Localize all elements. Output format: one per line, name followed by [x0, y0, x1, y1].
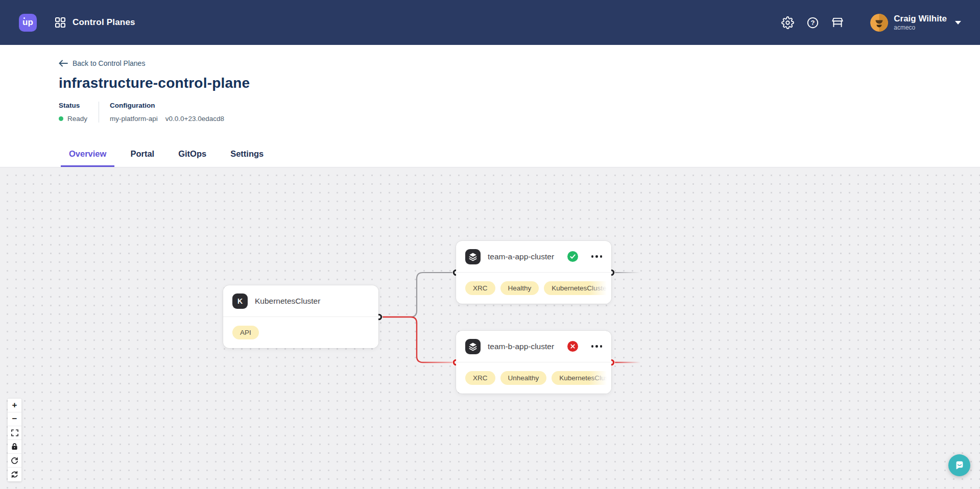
- chevron-down-icon[interactable]: [955, 21, 961, 25]
- node-header: K KubernetesCluster: [223, 285, 378, 317]
- layers-icon: [465, 339, 481, 354]
- back-link[interactable]: Back to Control Planes: [59, 59, 145, 67]
- tag-unhealthy: Unhealthy: [500, 371, 547, 385]
- lock-icon: [11, 443, 18, 450]
- user-menu[interactable]: Craig Wilhite acmeco: [870, 14, 961, 32]
- status-label: Status: [59, 102, 87, 109]
- reset-view-button[interactable]: [8, 454, 21, 468]
- node-tags: API: [223, 317, 378, 348]
- page-header: Back to Control Planes infrastructure-co…: [0, 45, 980, 167]
- nav-right-group: ?: [781, 14, 961, 32]
- zoom-out-button[interactable]: −: [8, 412, 21, 426]
- fit-view-icon: [11, 429, 18, 436]
- node-title: team-b-app-cluster: [488, 342, 560, 351]
- node-team-b-app-cluster[interactable]: team-b-app-cluster XRC Unhealthy Kuberne…: [456, 331, 611, 394]
- tab-portal[interactable]: Portal: [122, 149, 162, 167]
- status-block: Status Ready: [59, 102, 87, 123]
- tab-overview[interactable]: Overview: [61, 149, 114, 167]
- configuration-version: v0.0.0+23.0edacd8: [165, 115, 224, 123]
- tag-xrc: XRC: [465, 281, 495, 295]
- tag-healthy: Healthy: [500, 281, 539, 295]
- edge-kc-to-team-b: [379, 317, 456, 362]
- node-tags: XRC Unhealthy KubernetesCluster: [456, 362, 611, 394]
- zoom-in-button[interactable]: +: [8, 399, 21, 412]
- logo-text: up: [22, 17, 33, 28]
- marketplace-icon[interactable]: [831, 16, 844, 29]
- svg-text:?: ?: [810, 19, 815, 27]
- user-text: Craig Wilhite acmeco: [894, 14, 947, 31]
- app-grid-icon[interactable]: [54, 16, 67, 29]
- edge-kc-to-team-a: [379, 273, 456, 317]
- configuration-block: Configuration my-platform-api v0.0.0+23.…: [110, 102, 224, 123]
- node-header: team-b-app-cluster: [456, 331, 611, 362]
- graph-edges: [0, 167, 980, 489]
- user-org: acmeco: [894, 25, 947, 31]
- nav-title-group: Control Planes: [54, 16, 135, 29]
- tag-xrc: XRC: [465, 371, 495, 385]
- kubernetes-icon: K: [232, 294, 248, 309]
- configuration-label: Configuration: [110, 102, 224, 109]
- layers-icon: [465, 249, 481, 264]
- tag-fade: [589, 362, 611, 394]
- lock-button[interactable]: [8, 440, 21, 454]
- settings-gear-icon[interactable]: [781, 16, 794, 29]
- user-name: Craig Wilhite: [894, 14, 947, 23]
- node-title: KubernetesCluster: [255, 297, 369, 306]
- canvas-controls: + −: [8, 399, 21, 481]
- control-plane-detail-page: up Control Planes: [0, 0, 980, 489]
- back-link-label: Back to Control Planes: [73, 59, 145, 67]
- node-icon-letter: K: [237, 297, 243, 305]
- tag-fade: [589, 273, 611, 304]
- node-title: team-a-app-cluster: [488, 252, 560, 261]
- avatar: [870, 14, 888, 32]
- tag-api: API: [232, 326, 259, 339]
- node-team-a-app-cluster[interactable]: team-a-app-cluster XRC Healthy Kubernete…: [456, 241, 611, 304]
- upbound-logo[interactable]: up: [19, 14, 37, 32]
- arrow-left-icon: [59, 60, 68, 67]
- resource-graph-canvas[interactable]: K KubernetesCluster API team-a-app-: [0, 167, 980, 489]
- healthy-badge-icon: [567, 251, 578, 262]
- tab-gitops[interactable]: GitOps: [170, 149, 214, 167]
- node-tags: XRC Healthy KubernetesCluster: [456, 273, 611, 304]
- chat-launcher-button[interactable]: [948, 454, 970, 476]
- top-navbar: up Control Planes: [0, 0, 980, 45]
- meta-divider: [99, 102, 99, 123]
- logo-dot: [23, 17, 25, 19]
- status-ready-dot: [59, 116, 63, 121]
- tag-fade: [356, 317, 378, 348]
- page-title: infrastructure-control-plane: [59, 75, 980, 91]
- node-header: team-a-app-cluster: [456, 241, 611, 273]
- unhealthy-badge-icon: [567, 341, 578, 352]
- rotate-icon: [11, 457, 18, 464]
- app-title: Control Planes: [73, 17, 135, 28]
- refresh-layout-button[interactable]: [8, 468, 21, 481]
- zoom-in-icon: +: [12, 400, 17, 410]
- zoom-out-icon: −: [12, 414, 17, 424]
- meta-row: Status Ready Configuration my-platform-a…: [59, 102, 980, 123]
- status-value: Ready: [67, 115, 87, 123]
- chat-bubble-icon: [954, 460, 965, 471]
- configuration-name: my-platform-api: [110, 115, 158, 123]
- node-menu-button[interactable]: [591, 345, 603, 348]
- tab-settings[interactable]: Settings: [222, 149, 272, 167]
- refresh-icon: [11, 471, 18, 478]
- node-menu-button[interactable]: [591, 255, 603, 258]
- node-kubernetescluster[interactable]: K KubernetesCluster API: [223, 285, 378, 348]
- fit-view-button[interactable]: [8, 426, 21, 440]
- tab-bar: Overview Portal GitOps Settings: [61, 149, 272, 167]
- help-icon[interactable]: ?: [806, 16, 819, 29]
